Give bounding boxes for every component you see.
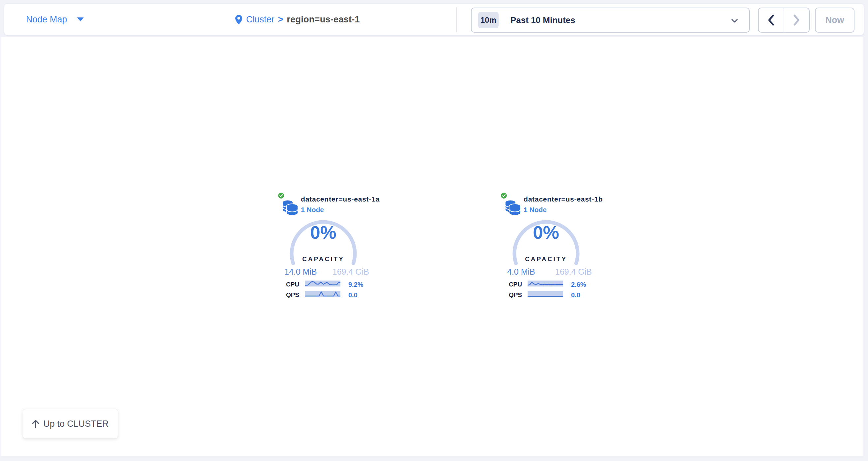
datacenter-icon: [505, 200, 521, 216]
datacenter-node-count: 1 Node: [524, 206, 547, 214]
datacenter-card-us-east-1a[interactable]: datacenter=us-east-1a 1 Node 0% CAPACITY…: [276, 191, 398, 301]
now-button[interactable]: Now: [815, 7, 855, 33]
datacenter-node-count: 1 Node: [301, 206, 324, 214]
capacity-percent: 0%: [287, 222, 360, 243]
qps-sparkline: [305, 291, 340, 297]
datacenter-card-us-east-1b[interactable]: datacenter=us-east-1b 1 Node 0% CAPACITY…: [499, 191, 621, 301]
chevron-down-icon: [731, 19, 738, 23]
map-canvas: [1, 37, 863, 456]
qps-value: 0.0: [571, 291, 580, 299]
cpu-sparkline: [528, 281, 563, 287]
cpu-value: 9.2%: [348, 281, 364, 289]
datacenter-title: datacenter=us-east-1b: [524, 195, 603, 203]
header-bar: Node Map Cluster > region=us-east-1 10m …: [4, 4, 864, 35]
qps-label: QPS: [501, 291, 522, 299]
cpu-label: CPU: [279, 281, 299, 288]
next-button[interactable]: [784, 8, 809, 32]
view-selector-dropdown[interactable]: Node Map: [26, 4, 84, 35]
time-nav-group: [758, 7, 810, 33]
view-selector-label: Node Map: [26, 14, 67, 25]
cpu-value: 2.6%: [571, 281, 586, 289]
breadcrumb-current: region=us-east-1: [287, 14, 360, 25]
qps-label: QPS: [279, 291, 299, 299]
cpu-label: CPU: [501, 281, 522, 288]
healthy-check-icon: [501, 193, 507, 199]
capacity-used: 14.0 MiB: [284, 267, 317, 276]
up-to-cluster-button[interactable]: Up to CLUSTER: [23, 409, 118, 439]
capacity-total: 169.4 GiB: [333, 267, 369, 276]
breadcrumb-link-cluster[interactable]: Cluster: [246, 14, 275, 25]
header-divider: [457, 7, 457, 32]
capacity-label: CAPACITY: [510, 256, 582, 263]
breadcrumb: Cluster > region=us-east-1: [235, 4, 360, 35]
prev-button[interactable]: [758, 8, 784, 32]
location-pin-icon: [235, 14, 243, 25]
node-map-page: Node Map Cluster > region=us-east-1 10m …: [0, 0, 868, 461]
chevron-left-icon: [768, 14, 775, 26]
arrow-up-icon: [32, 420, 39, 428]
time-range-label: Past 10 Minutes: [510, 15, 576, 25]
capacity-total: 169.4 GiB: [555, 267, 592, 276]
capacity-percent: 0%: [510, 222, 582, 243]
chevron-right-icon: [793, 14, 800, 26]
time-range-badge: 10m: [478, 12, 499, 28]
capacity-used: 4.0 MiB: [507, 267, 535, 276]
datacenter-icon: [282, 200, 299, 216]
up-to-cluster-label: Up to CLUSTER: [43, 419, 108, 429]
qps-sparkline: [528, 291, 563, 297]
breadcrumb-separator: >: [278, 14, 283, 25]
datacenter-title: datacenter=us-east-1a: [301, 195, 380, 203]
healthy-check-icon: [278, 193, 284, 199]
cpu-sparkline: [305, 281, 340, 287]
time-range-dropdown[interactable]: 10m Past 10 Minutes: [471, 7, 750, 33]
caret-down-icon: [77, 18, 84, 22]
qps-value: 0.0: [348, 291, 358, 299]
capacity-label: CAPACITY: [287, 256, 360, 263]
